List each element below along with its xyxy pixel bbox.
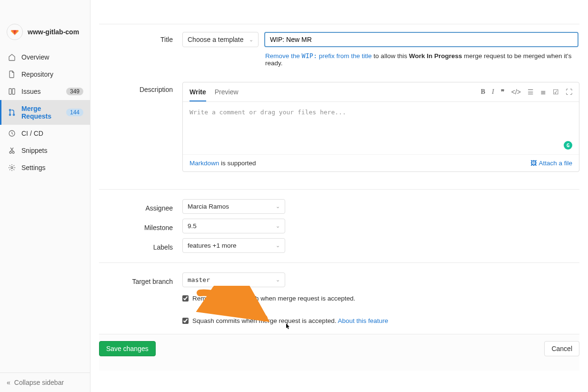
assignee-label: Assignee (99, 201, 182, 212)
collapse-label: Collapse sidebar (14, 379, 64, 386)
sidebar-item-merge-requests[interactable]: Merge Requests 144 (0, 100, 90, 125)
labels-select[interactable]: features +1 more⌄ (182, 238, 285, 253)
bold-icon[interactable]: B (481, 88, 485, 96)
fullscreen-icon[interactable]: ⛶ (566, 88, 572, 96)
gitlab-logo-icon (7, 24, 23, 40)
svg-rect-0 (9, 89, 11, 94)
gear-icon (8, 164, 16, 171)
chevron-down-icon: ⌄ (276, 277, 280, 283)
remove-source-branch-label: Remove source branch when merge request … (192, 295, 355, 302)
editor-toolbar: B I ❞ </> ☰ ≣ ☑ ⛶ (481, 88, 572, 96)
svg-point-8 (11, 167, 13, 169)
nav-badge: 144 (66, 109, 83, 116)
nav-list: Overview Repository Issues 349 Merge Req… (0, 49, 90, 176)
svg-point-3 (10, 114, 11, 116)
project-name: www-gitlab-com (28, 28, 79, 36)
markdown-help: Markdown is supported (189, 160, 256, 167)
nav-label: Issues (21, 88, 60, 95)
sidebar: www-gitlab-com Overview Repository Issue… (0, 0, 90, 392)
title-help-text: Remove the WIP: prefix from the title to… (265, 52, 579, 67)
chevron-down-icon: ⌄ (249, 37, 253, 43)
code-icon[interactable]: </> (511, 88, 521, 96)
image-icon: 🖼 (530, 160, 537, 167)
squash-commits-checkbox[interactable] (182, 318, 189, 324)
remove-source-branch-checkbox[interactable] (182, 295, 189, 302)
svg-point-6 (10, 151, 11, 153)
assignee-select[interactable]: Marcia Ramos⌄ (182, 199, 285, 214)
nav-label: Merge Requests (21, 105, 60, 120)
chevron-left-icon: « (7, 379, 10, 386)
sidebar-item-overview[interactable]: Overview (0, 49, 90, 66)
milestone-select[interactable]: 9.5⌄ (182, 219, 285, 233)
chevron-down-icon: ⌄ (276, 223, 280, 229)
nav-label: Settings (21, 164, 83, 171)
attach-file-link[interactable]: 🖼 Attach a file (530, 160, 572, 167)
grammarly-icon: G (564, 141, 572, 150)
main-content: Title Choose a template ⌄ Remove the WIP… (90, 0, 588, 392)
description-label: Description (99, 82, 182, 172)
nav-label: Snippets (21, 147, 83, 154)
nav-label: Overview (21, 53, 83, 61)
template-select-label: Choose a template (188, 36, 244, 43)
save-button[interactable]: Save changes (99, 341, 156, 356)
description-editor: Write Preview B I ❞ </> ☰ ≣ ☑ (182, 82, 579, 172)
about-feature-link[interactable]: About this feature (338, 317, 388, 324)
write-tab[interactable]: Write (189, 82, 206, 101)
milestone-label: Milestone (99, 221, 182, 231)
nav-badge: 349 (66, 88, 83, 95)
file-icon (8, 70, 16, 78)
cancel-button[interactable]: Cancel (544, 341, 579, 356)
home-icon (8, 53, 16, 61)
bullet-list-icon[interactable]: ☰ (528, 88, 534, 96)
task-list-icon[interactable]: ☑ (553, 88, 559, 96)
svg-rect-1 (12, 89, 15, 94)
quote-icon[interactable]: ❞ (501, 88, 505, 96)
chevron-down-icon: ⌄ (276, 203, 280, 210)
nav-label: Repository (21, 70, 83, 78)
remove-wip-link[interactable]: Remove the WIP: prefix from the title (265, 52, 372, 60)
markdown-link[interactable]: Markdown (189, 160, 219, 167)
italic-icon[interactable]: I (492, 88, 494, 96)
merge-request-icon (8, 109, 16, 116)
nav-label: CI / CD (21, 130, 83, 137)
title-label: Title (99, 32, 182, 67)
preview-tab[interactable]: Preview (215, 82, 239, 101)
snippets-icon (8, 147, 16, 154)
sidebar-item-snippets[interactable]: Snippets (0, 142, 90, 159)
issues-icon (8, 88, 16, 95)
svg-point-2 (10, 110, 11, 111)
editor-textarea[interactable]: Write a comment or drag your files here.… (183, 102, 579, 154)
project-header[interactable]: www-gitlab-com (0, 19, 90, 49)
target-branch-label: Target branch (99, 275, 182, 285)
target-branch-select[interactable]: master⌄ (182, 272, 285, 287)
labels-label: Labels (99, 241, 182, 251)
chevron-down-icon: ⌄ (276, 242, 280, 249)
template-select[interactable]: Choose a template ⌄ (182, 32, 259, 47)
sidebar-item-settings[interactable]: Settings (0, 159, 90, 176)
sidebar-item-issues[interactable]: Issues 349 (0, 83, 90, 100)
title-input[interactable] (264, 32, 578, 47)
sidebar-item-repository[interactable]: Repository (0, 66, 90, 83)
cicd-icon (8, 130, 16, 137)
collapse-sidebar-button[interactable]: « Collapse sidebar (0, 372, 90, 392)
svg-point-4 (13, 114, 15, 116)
sidebar-item-cicd[interactable]: CI / CD (0, 125, 90, 142)
squash-commits-label: Squash commits when merge request is acc… (192, 317, 388, 324)
svg-point-7 (12, 151, 14, 153)
numbered-list-icon[interactable]: ≣ (540, 88, 546, 96)
